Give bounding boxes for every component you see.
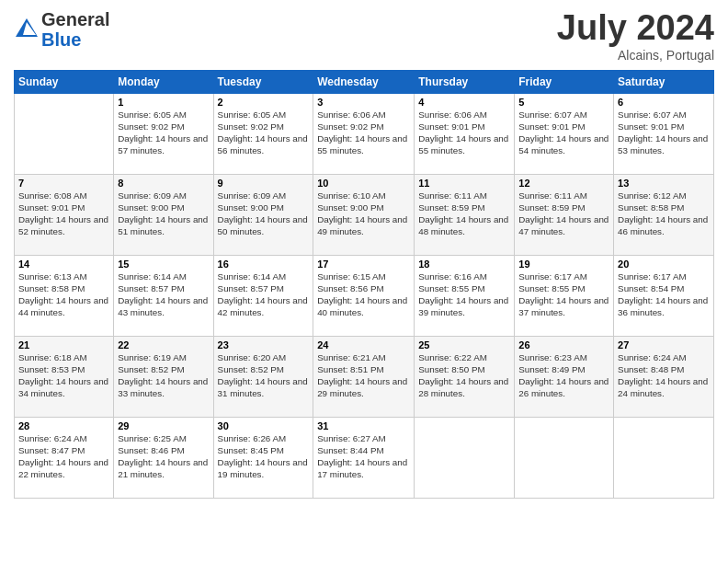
table-row: 27Sunrise: 6:24 AMSunset: 8:48 PMDayligh… (614, 336, 714, 417)
th-sunday: Sunday (15, 70, 114, 93)
day-number: 29 (118, 420, 209, 431)
calendar-header-row: Sunday Monday Tuesday Wednesday Thursday… (15, 70, 714, 93)
th-tuesday: Tuesday (213, 70, 313, 93)
day-number: 6 (618, 97, 710, 108)
day-number: 17 (317, 259, 410, 270)
day-number: 8 (118, 178, 209, 189)
day-number: 1 (118, 97, 209, 108)
day-info: Sunrise: 6:05 AMSunset: 9:02 PMDaylight:… (118, 109, 209, 157)
table-row: 29Sunrise: 6:25 AMSunset: 8:46 PMDayligh… (114, 417, 213, 498)
day-info: Sunrise: 6:24 AMSunset: 8:47 PMDaylight:… (18, 432, 109, 481)
table-row: 11Sunrise: 6:11 AMSunset: 8:59 PMDayligh… (415, 174, 515, 255)
day-number: 13 (618, 178, 710, 189)
calendar-table: Sunday Monday Tuesday Wednesday Thursday… (14, 70, 714, 499)
table-row: 21Sunrise: 6:18 AMSunset: 8:53 PMDayligh… (15, 336, 114, 417)
table-row (515, 417, 614, 498)
table-row: 22Sunrise: 6:19 AMSunset: 8:52 PMDayligh… (114, 336, 213, 417)
logo-icon (14, 17, 40, 42)
day-info: Sunrise: 6:09 AMSunset: 9:00 PMDaylight:… (118, 190, 209, 238)
day-number: 7 (18, 178, 109, 189)
day-number: 21 (18, 339, 109, 350)
day-info: Sunrise: 6:26 AMSunset: 8:45 PMDaylight:… (218, 432, 310, 481)
day-info: Sunrise: 6:10 AMSunset: 9:00 PMDaylight:… (317, 190, 410, 238)
table-row: 10Sunrise: 6:10 AMSunset: 9:00 PMDayligh… (313, 174, 415, 255)
day-number: 3 (317, 97, 410, 108)
table-row: 7Sunrise: 6:08 AMSunset: 9:01 PMDaylight… (15, 174, 114, 255)
day-info: Sunrise: 6:15 AMSunset: 8:56 PMDaylight:… (317, 270, 410, 319)
day-info: Sunrise: 6:11 AMSunset: 8:59 PMDaylight:… (418, 190, 510, 238)
day-number: 11 (418, 178, 510, 189)
table-row (614, 417, 714, 498)
th-thursday: Thursday (415, 70, 515, 93)
day-info: Sunrise: 6:14 AMSunset: 8:57 PMDaylight:… (218, 270, 310, 319)
day-info: Sunrise: 6:20 AMSunset: 8:52 PMDaylight:… (218, 351, 310, 400)
table-row: 13Sunrise: 6:12 AMSunset: 8:58 PMDayligh… (614, 174, 714, 255)
table-row: 20Sunrise: 6:17 AMSunset: 8:54 PMDayligh… (614, 255, 714, 336)
table-row: 14Sunrise: 6:13 AMSunset: 8:58 PMDayligh… (15, 255, 114, 336)
day-number: 25 (418, 339, 510, 350)
page: General Blue July 2024 Alcains, Portugal… (0, 0, 728, 563)
table-row: 16Sunrise: 6:14 AMSunset: 8:57 PMDayligh… (213, 255, 313, 336)
day-info: Sunrise: 6:27 AMSunset: 8:44 PMDaylight:… (317, 432, 410, 481)
calendar-week-row: 1Sunrise: 6:05 AMSunset: 9:02 PMDaylight… (15, 93, 714, 174)
day-number: 23 (218, 339, 310, 350)
day-number: 18 (418, 259, 510, 270)
day-number: 26 (518, 339, 609, 350)
day-info: Sunrise: 6:06 AMSunset: 9:01 PMDaylight:… (418, 109, 510, 157)
day-info: Sunrise: 6:22 AMSunset: 8:50 PMDaylight:… (418, 351, 510, 400)
table-row: 4Sunrise: 6:06 AMSunset: 9:01 PMDaylight… (415, 93, 515, 174)
table-row: 25Sunrise: 6:22 AMSunset: 8:50 PMDayligh… (415, 336, 515, 417)
header: General Blue July 2024 Alcains, Portugal (14, 9, 714, 63)
day-info: Sunrise: 6:16 AMSunset: 8:55 PMDaylight:… (418, 270, 510, 319)
logo: General Blue (14, 9, 109, 50)
th-monday: Monday (114, 70, 213, 93)
day-info: Sunrise: 6:11 AMSunset: 8:59 PMDaylight:… (518, 190, 609, 238)
th-wednesday: Wednesday (313, 70, 415, 93)
day-info: Sunrise: 6:08 AMSunset: 9:01 PMDaylight:… (18, 190, 109, 238)
day-info: Sunrise: 6:12 AMSunset: 8:58 PMDaylight:… (618, 190, 710, 238)
table-row: 1Sunrise: 6:05 AMSunset: 9:02 PMDaylight… (114, 93, 213, 174)
day-number: 27 (618, 339, 710, 350)
table-row: 5Sunrise: 6:07 AMSunset: 9:01 PMDaylight… (515, 93, 614, 174)
table-row: 19Sunrise: 6:17 AMSunset: 8:55 PMDayligh… (515, 255, 614, 336)
logo-blue-text: Blue (41, 29, 81, 50)
table-row: 8Sunrise: 6:09 AMSunset: 9:00 PMDaylight… (114, 174, 213, 255)
table-row: 15Sunrise: 6:14 AMSunset: 8:57 PMDayligh… (114, 255, 213, 336)
day-number: 19 (518, 259, 609, 270)
table-row: 9Sunrise: 6:09 AMSunset: 9:00 PMDaylight… (213, 174, 313, 255)
table-row: 2Sunrise: 6:05 AMSunset: 9:02 PMDaylight… (213, 93, 313, 174)
day-number: 28 (18, 420, 109, 431)
table-row: 17Sunrise: 6:15 AMSunset: 8:56 PMDayligh… (313, 255, 415, 336)
calendar-week-row: 21Sunrise: 6:18 AMSunset: 8:53 PMDayligh… (15, 336, 714, 417)
table-row (15, 93, 114, 174)
calendar-week-row: 14Sunrise: 6:13 AMSunset: 8:58 PMDayligh… (15, 255, 714, 336)
day-number: 12 (518, 178, 609, 189)
table-row: 12Sunrise: 6:11 AMSunset: 8:59 PMDayligh… (515, 174, 614, 255)
day-number: 9 (218, 178, 310, 189)
month-title: July 2024 (557, 9, 714, 48)
table-row: 24Sunrise: 6:21 AMSunset: 8:51 PMDayligh… (313, 336, 415, 417)
day-info: Sunrise: 6:25 AMSunset: 8:46 PMDaylight:… (118, 432, 209, 481)
day-info: Sunrise: 6:14 AMSunset: 8:57 PMDaylight:… (118, 270, 209, 319)
day-number: 2 (218, 97, 310, 108)
day-info: Sunrise: 6:05 AMSunset: 9:02 PMDaylight:… (218, 109, 310, 157)
day-number: 16 (218, 259, 310, 270)
day-number: 31 (317, 420, 410, 431)
day-info: Sunrise: 6:18 AMSunset: 8:53 PMDaylight:… (18, 351, 109, 400)
calendar-week-row: 28Sunrise: 6:24 AMSunset: 8:47 PMDayligh… (15, 417, 714, 498)
table-row: 6Sunrise: 6:07 AMSunset: 9:01 PMDaylight… (614, 93, 714, 174)
day-info: Sunrise: 6:07 AMSunset: 9:01 PMDaylight:… (518, 109, 609, 157)
day-info: Sunrise: 6:24 AMSunset: 8:48 PMDaylight:… (618, 351, 710, 400)
table-row: 30Sunrise: 6:26 AMSunset: 8:45 PMDayligh… (213, 417, 313, 498)
table-row: 31Sunrise: 6:27 AMSunset: 8:44 PMDayligh… (313, 417, 415, 498)
day-number: 30 (218, 420, 310, 431)
day-info: Sunrise: 6:07 AMSunset: 9:01 PMDaylight:… (618, 109, 710, 157)
day-number: 5 (518, 97, 609, 108)
location-text: Alcains, Portugal (557, 48, 714, 63)
day-number: 22 (118, 339, 209, 350)
table-row (415, 417, 515, 498)
day-number: 4 (418, 97, 510, 108)
day-number: 24 (317, 339, 410, 350)
logo-general-text: General (41, 9, 109, 29)
day-info: Sunrise: 6:21 AMSunset: 8:51 PMDaylight:… (317, 351, 410, 400)
